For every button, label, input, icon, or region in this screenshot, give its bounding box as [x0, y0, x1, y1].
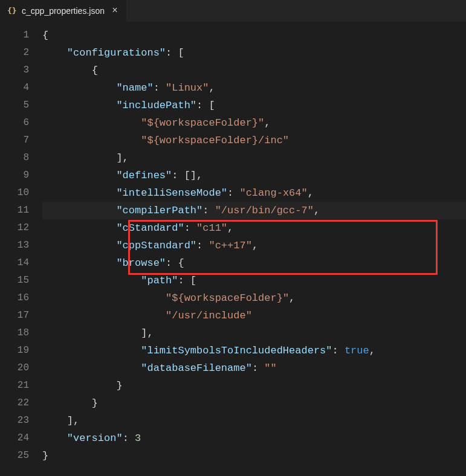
code-line: "path": [ — [42, 272, 466, 289]
code-line: "compilerPath": "/usr/bin/gcc-7", — [42, 202, 466, 219]
code-line: "intelliSenseMode": "clang-x64", — [42, 184, 466, 202]
code-line: "browse": { — [42, 254, 466, 272]
line-number: 24 — [0, 429, 42, 447]
line-number: 1 — [0, 27, 42, 44]
code-line: "version": 3 — [42, 429, 466, 447]
code-line: } — [42, 394, 466, 412]
code-line: "defines": [], — [42, 167, 466, 184]
line-number: 6 — [0, 114, 42, 132]
line-number: 5 — [0, 97, 42, 114]
code-line: "limitSymbolsToIncludedHeaders": true, — [42, 342, 466, 359]
tab-c-cpp-properties[interactable]: {} c_cpp_properties.json × — [0, 0, 127, 22]
line-number: 11 — [0, 202, 42, 219]
line-number: 13 — [0, 237, 42, 254]
code-line: "databaseFilename": "" — [42, 359, 466, 377]
line-number: 15 — [0, 272, 42, 289]
code-line: "${workspaceFolder}", — [42, 289, 466, 307]
line-number: 20 — [0, 359, 42, 377]
line-number: 22 — [0, 394, 42, 412]
svg-text:{}: {} — [7, 6, 17, 15]
line-number: 21 — [0, 377, 42, 394]
close-icon[interactable]: × — [109, 6, 120, 16]
code-line: "/usr/include" — [42, 307, 466, 324]
code-line: } — [42, 447, 466, 465]
code-line: "includePath": [ — [42, 97, 466, 114]
code-line: ], — [42, 149, 466, 167]
line-number: 7 — [0, 132, 42, 149]
line-number: 19 — [0, 342, 42, 359]
line-number: 18 — [0, 324, 42, 342]
line-number: 12 — [0, 219, 42, 237]
tab-bar: {} c_cpp_properties.json × — [0, 0, 466, 22]
line-number: 4 — [0, 79, 42, 97]
code-line: { — [42, 27, 466, 44]
code-line: "${workspaceFolder}/inc" — [42, 132, 466, 149]
json-file-icon: {} — [7, 6, 17, 16]
line-number: 3 — [0, 62, 42, 79]
line-number: 16 — [0, 289, 42, 307]
code-line: } — [42, 377, 466, 394]
line-number: 25 — [0, 447, 42, 465]
code-line: "${workspaceFolder}", — [42, 114, 466, 132]
code-line: "configurations": [ — [42, 44, 466, 62]
line-number: 10 — [0, 184, 42, 202]
code-line: ], — [42, 412, 466, 429]
code-line: "name": "Linux", — [42, 79, 466, 97]
line-number: 23 — [0, 412, 42, 429]
code-line: "cppStandard": "c++17", — [42, 237, 466, 254]
line-number-gutter: 1 2 3 4 5 6 7 8 9 10 11 12 13 14 15 16 1… — [0, 22, 42, 476]
line-number: 17 — [0, 307, 42, 324]
line-number: 2 — [0, 44, 42, 62]
code-line: { — [42, 62, 466, 79]
code-line: ], — [42, 324, 466, 342]
code-line: "cStandard": "c11", — [42, 219, 466, 237]
tab-label: c_cpp_properties.json — [22, 6, 105, 16]
line-number: 9 — [0, 167, 42, 184]
editor: 1 2 3 4 5 6 7 8 9 10 11 12 13 14 15 16 1… — [0, 22, 466, 476]
code-area[interactable]: { "configurations": [ { "name": "Linux",… — [42, 22, 466, 476]
line-number: 8 — [0, 149, 42, 167]
line-number: 14 — [0, 254, 42, 272]
